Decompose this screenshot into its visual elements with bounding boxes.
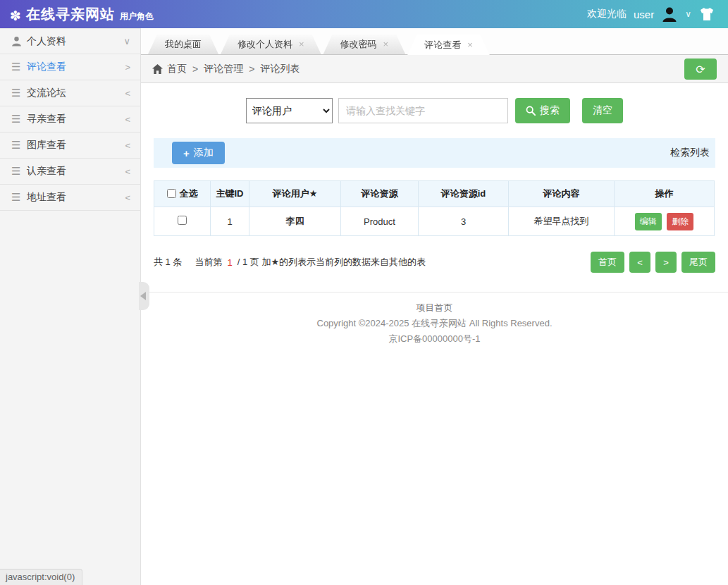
add-button-label: 添加	[194, 147, 214, 159]
gear-flower-icon: ✽	[10, 9, 21, 23]
header-select-all: 全选	[154, 181, 211, 207]
search-row: 评论用户 搜索 清空	[141, 98, 728, 123]
breadcrumb: 首页 > 评论管理 > 评论列表 ⟳	[141, 55, 728, 83]
sidebar-item-family-search[interactable]: ☰ 寻亲查看 <	[0, 106, 140, 133]
footer-icp: 京ICP备00000000号-1	[141, 331, 728, 347]
sidebar-item-label: 评论查看	[27, 61, 125, 73]
breadcrumb-level3: 评论列表	[260, 63, 300, 75]
search-input[interactable]	[338, 98, 508, 123]
last-page-button[interactable]: 尾页	[681, 252, 715, 273]
table-header-row: 全选 主键ID 评论用户★ 评论资源 评论资源id 评论内容 操作	[154, 181, 715, 207]
comments-table: 全选 主键ID 评论用户★ 评论资源 评论资源id 评论内容 操作 1 李四 P…	[154, 180, 715, 236]
sidebar-item-label: 交流论坛	[27, 87, 125, 99]
toolbar-title: 检索列表	[670, 147, 710, 159]
header-resource-id: 评论资源id	[419, 181, 509, 207]
triangle-left-icon	[140, 292, 146, 300]
current-page-number: 1	[227, 257, 232, 268]
cell-user: 李四	[249, 207, 341, 236]
plus-icon: +	[183, 147, 190, 159]
menu-icon: ☰	[11, 165, 27, 178]
table-toolbar: + 添加 检索列表	[154, 138, 715, 168]
menu-icon: ☰	[11, 191, 27, 204]
select-all-checkbox[interactable]	[167, 189, 176, 198]
footer-home-link[interactable]: 项目首页	[141, 300, 728, 316]
username: user	[634, 8, 654, 20]
tab-my-desktop[interactable]: 我的桌面	[148, 35, 218, 54]
refresh-button[interactable]: ⟳	[684, 58, 717, 80]
sidebar-item-label: 认亲查看	[27, 165, 125, 178]
sidebar-item-label: 寻亲查看	[27, 113, 125, 125]
pagination-info: 共 1 条 当前第 1 / 1 页 加★的列表示当前列的数据来自其他的表	[154, 256, 426, 269]
home-icon	[152, 64, 163, 74]
breadcrumb-separator: >	[249, 63, 254, 75]
site-title: 在线寻亲网站	[26, 5, 115, 24]
close-icon[interactable]: ×	[299, 35, 304, 54]
menu-icon: ☰	[11, 61, 27, 73]
footer-divider	[141, 292, 728, 292]
header-user: 评论用户★	[249, 181, 341, 207]
tab-label: 修改个人资料	[237, 35, 292, 54]
current-page-suffix: / 1 页 加★的列表示当前列的数据来自其他的表	[237, 256, 426, 269]
cell-resource-id: 3	[419, 207, 509, 236]
header-user-area: 欢迎光临 user ∨	[587, 6, 715, 23]
edit-button[interactable]: 编辑	[635, 213, 662, 230]
sidebar-item-comments[interactable]: ☰ 评论查看 >	[0, 54, 140, 80]
row-checkbox[interactable]	[178, 216, 187, 225]
footer-copyright: Copyright ©2024-2025 在线寻亲网站 All Rights R…	[141, 316, 728, 331]
main-content: 我的桌面 修改个人资料 × 修改密码 × 评论查看 × 首页 > 评论管理 > …	[141, 28, 728, 585]
welcome-text: 欢迎光临	[587, 8, 627, 20]
close-icon[interactable]: ×	[467, 35, 473, 55]
tab-edit-profile[interactable]: 修改个人资料 ×	[221, 35, 321, 54]
cell-content: 希望早点找到	[509, 207, 615, 236]
sidebar-item-label: 图库查看	[27, 139, 125, 152]
breadcrumb-level2: 评论管理	[204, 63, 243, 75]
tshirt-icon[interactable]	[698, 7, 715, 21]
prev-page-button[interactable]: <	[629, 252, 650, 273]
search-field-select[interactable]: 评论用户	[246, 98, 333, 123]
person-icon	[11, 36, 27, 47]
user-menu-chevron-icon[interactable]: ∨	[685, 9, 691, 19]
chevron-left-icon: <	[125, 192, 130, 203]
sidebar-item-forum[interactable]: ☰ 交流论坛 <	[0, 80, 140, 106]
current-page-prefix: 当前第	[195, 256, 222, 269]
search-button[interactable]: 搜索	[515, 98, 570, 123]
breadcrumb-separator: >	[192, 63, 198, 75]
breadcrumb-home[interactable]: 首页	[167, 63, 187, 75]
cell-resource: Product	[341, 207, 419, 236]
header-operate: 操作	[615, 181, 715, 207]
menu-icon: ☰	[11, 139, 27, 152]
sidebar-item-gallery[interactable]: ☰ 图库查看 <	[0, 133, 140, 159]
total-count: 共 1 条	[154, 256, 182, 269]
table-row: 1 李四 Product 3 希望早点找到 编辑 删除	[154, 207, 715, 236]
first-page-button[interactable]: 首页	[591, 252, 624, 273]
cell-operate: 编辑 删除	[615, 207, 715, 236]
tab-comment-view[interactable]: 评论查看 ×	[407, 35, 490, 55]
next-page-button[interactable]: >	[655, 252, 677, 273]
refresh-icon: ⟳	[696, 63, 705, 75]
add-button[interactable]: + 添加	[172, 142, 225, 164]
sidebar-collapse-handle[interactable]	[139, 282, 149, 310]
status-bar-link-preview: javascript:void(0)	[0, 569, 82, 585]
close-icon[interactable]: ×	[383, 35, 389, 54]
pagination: 共 1 条 当前第 1 / 1 页 加★的列表示当前列的数据来自其他的表 首页 …	[154, 252, 715, 273]
header-id: 主键ID	[211, 181, 249, 207]
delete-button[interactable]: 删除	[667, 213, 693, 230]
chevron-down-icon: ∨	[123, 36, 130, 47]
tab-change-password[interactable]: 修改密码 ×	[323, 35, 406, 54]
sidebar-item-profile[interactable]: 个人资料 ∨	[0, 28, 140, 54]
sidebar-item-address[interactable]: ☰ 地址查看 <	[0, 185, 140, 211]
app-header: ✽ 在线寻亲网站 用户角色 欢迎光临 user ∨	[0, 0, 728, 28]
user-avatar-icon[interactable]	[661, 6, 678, 23]
menu-icon: ☰	[11, 113, 27, 125]
tab-bar: 我的桌面 修改个人资料 × 修改密码 × 评论查看 ×	[141, 28, 728, 55]
header-resource: 评论资源	[341, 181, 419, 207]
tab-label: 修改密码	[340, 35, 377, 54]
menu-icon: ☰	[11, 87, 27, 99]
sidebar-item-recognition[interactable]: ☰ 认亲查看 <	[0, 159, 140, 185]
chevron-left-icon: <	[125, 114, 130, 125]
clear-button[interactable]: 清空	[582, 98, 623, 123]
sidebar: 个人资料 ∨ ☰ 评论查看 > ☰ 交流论坛 < ☰ 寻亲查看 < ☰ 图库查看…	[0, 28, 141, 585]
sidebar-item-label: 个人资料	[27, 35, 123, 48]
search-icon	[526, 106, 536, 116]
tab-label: 我的桌面	[165, 35, 202, 54]
